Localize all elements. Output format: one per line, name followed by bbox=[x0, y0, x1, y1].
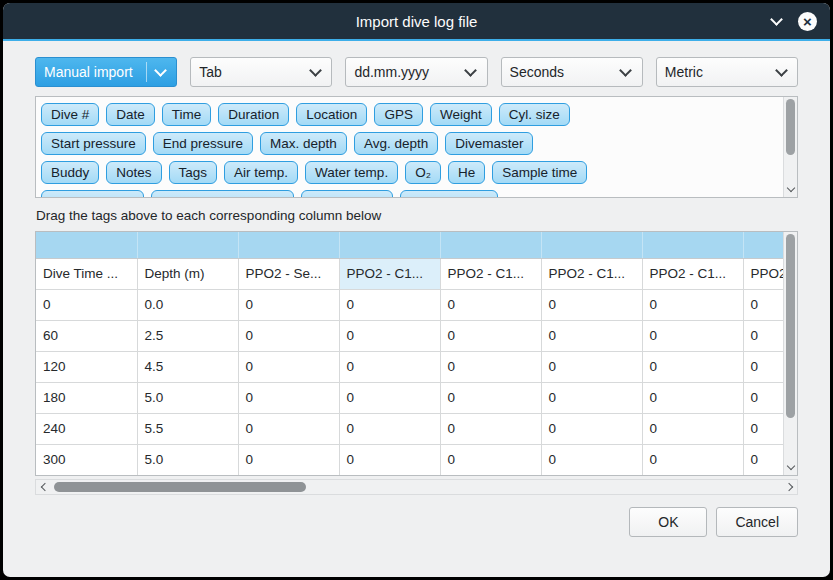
tag-tags[interactable]: Tags bbox=[169, 161, 218, 184]
import-mode-combo[interactable]: Manual import bbox=[35, 57, 177, 87]
tag-duration[interactable]: Duration bbox=[218, 103, 289, 126]
scrollbar-thumb[interactable] bbox=[786, 99, 795, 155]
table-cell: 0 bbox=[743, 320, 783, 351]
table-row: 2405.5000000 bbox=[36, 413, 783, 444]
table-cell: 0 bbox=[440, 320, 541, 351]
column-drop-target[interactable] bbox=[339, 232, 440, 258]
table-cell: 240 bbox=[36, 413, 137, 444]
scrollbar-thumb[interactable] bbox=[786, 234, 795, 418]
tag-time[interactable]: Time bbox=[162, 103, 212, 126]
table-cell: 0 bbox=[440, 413, 541, 444]
scroll-right-arrow[interactable] bbox=[783, 480, 796, 494]
window-frame: Import dive log file × Manual import Tab… bbox=[0, 0, 833, 580]
dialog-content: Manual import Tab dd.mm.yyyy Seconds Met… bbox=[3, 41, 830, 577]
column-drop-target[interactable] bbox=[137, 232, 238, 258]
table-row: 3005.0000000 bbox=[36, 444, 783, 475]
column-header[interactable]: PPO2 - C1... bbox=[339, 258, 440, 289]
column-header[interactable]: Depth (m) bbox=[137, 258, 238, 289]
titlebar-buttons: × bbox=[769, 12, 830, 31]
close-button[interactable]: × bbox=[798, 12, 817, 31]
tag-water-temp[interactable]: Water temp. bbox=[305, 161, 398, 184]
scroll-left-arrow[interactable] bbox=[37, 480, 50, 494]
table-vertical-scrollbar[interactable] bbox=[783, 232, 797, 475]
table-cell: 0 bbox=[541, 382, 642, 413]
ok-button[interactable]: OK bbox=[629, 507, 707, 537]
tag-sample-po[interactable]: Sample pO₂ bbox=[301, 190, 394, 197]
tag-dive[interactable]: Dive # bbox=[41, 103, 99, 126]
tag-cyl-size[interactable]: Cyl. size bbox=[499, 103, 570, 126]
column-drop-target[interactable] bbox=[440, 232, 541, 258]
column-drop-target[interactable] bbox=[743, 232, 783, 258]
table-row: 602.5000000 bbox=[36, 320, 783, 351]
table-cell: 0 bbox=[642, 351, 743, 382]
tag-sample-temperature[interactable]: Sample temperature bbox=[151, 190, 293, 197]
table-cell: 0 bbox=[642, 444, 743, 475]
table-cell: 0 bbox=[440, 351, 541, 382]
tag-end-pressure[interactable]: End pressure bbox=[153, 132, 253, 155]
column-header-row: Dive Time ...Depth (m)PPO2 - Se...PPO2 -… bbox=[36, 258, 783, 289]
table-cell: 0 bbox=[541, 444, 642, 475]
table-row: 1204.5000000 bbox=[36, 351, 783, 382]
scrollbar-thumb[interactable] bbox=[54, 482, 306, 492]
column-header[interactable]: PPO2 - C1... bbox=[642, 258, 743, 289]
tag-pool: Dive #DateTimeDurationLocationGPSWeightC… bbox=[35, 96, 798, 198]
import-mode-value: Manual import bbox=[44, 64, 142, 80]
shade-window-icon[interactable] bbox=[769, 14, 783, 28]
table-cell: 300 bbox=[36, 444, 137, 475]
field-separator-combo[interactable]: Tab bbox=[190, 57, 332, 87]
column-header[interactable]: PPO2 - C1... bbox=[541, 258, 642, 289]
tag-date[interactable]: Date bbox=[106, 103, 155, 126]
chevron-right-icon bbox=[784, 483, 792, 491]
table-cell: 0 bbox=[642, 289, 743, 320]
column-header[interactable]: PPO2 - C1... bbox=[743, 258, 783, 289]
unit-system-combo[interactable]: Metric bbox=[656, 57, 798, 87]
column-drop-target[interactable] bbox=[541, 232, 642, 258]
tag-pool-scrollbar[interactable] bbox=[783, 97, 797, 197]
titlebar[interactable]: Import dive log file × bbox=[3, 3, 830, 39]
tag-max-depth[interactable]: Max. depth bbox=[260, 132, 347, 155]
column-drop-target[interactable] bbox=[36, 232, 137, 258]
table-cell: 0 bbox=[339, 382, 440, 413]
tag-location[interactable]: Location bbox=[296, 103, 367, 126]
tag-sample-cns[interactable]: Sample CNS bbox=[400, 190, 498, 197]
chevron-down-icon bbox=[786, 184, 794, 192]
unit-system-value: Metric bbox=[665, 64, 773, 80]
column-header[interactable]: PPO2 - C1... bbox=[440, 258, 541, 289]
date-format-combo[interactable]: dd.mm.yyyy bbox=[345, 57, 487, 87]
table-cell: 0 bbox=[238, 444, 339, 475]
import-dialog: Import dive log file × Manual import Tab… bbox=[3, 3, 830, 577]
tag-gps[interactable]: GPS bbox=[374, 103, 423, 126]
table-cell: 0 bbox=[541, 289, 642, 320]
scroll-down-arrow[interactable] bbox=[784, 183, 797, 196]
column-drop-target[interactable] bbox=[642, 232, 743, 258]
column-drop-target[interactable] bbox=[238, 232, 339, 258]
table-cell: 5.5 bbox=[137, 413, 238, 444]
time-units-combo[interactable]: Seconds bbox=[501, 57, 643, 87]
table-cell: 0 bbox=[238, 320, 339, 351]
table-horizontal-scrollbar[interactable] bbox=[35, 479, 798, 495]
scroll-down-arrow[interactable] bbox=[784, 461, 797, 474]
column-header[interactable]: Dive Time ... bbox=[36, 258, 137, 289]
tag-row: Start pressureEnd pressureMax. depthAvg.… bbox=[41, 132, 776, 155]
tag-weight[interactable]: Weight bbox=[430, 103, 492, 126]
table-cell: 0.0 bbox=[137, 289, 238, 320]
preview-table-area: Dive Time ...Depth (m)PPO2 - Se...PPO2 -… bbox=[35, 231, 798, 476]
tag-start-pressure[interactable]: Start pressure bbox=[41, 132, 146, 155]
column-header[interactable]: PPO2 - Se... bbox=[238, 258, 339, 289]
tag-pool-rows: Dive #DateTimeDurationLocationGPSWeightC… bbox=[36, 97, 781, 197]
tag-o[interactable]: O₂ bbox=[405, 161, 441, 184]
tag-sample-depth[interactable]: Sample depth bbox=[41, 190, 144, 197]
chevron-down-icon bbox=[463, 69, 479, 75]
import-options-row: Manual import Tab dd.mm.yyyy Seconds Met… bbox=[35, 57, 798, 87]
table-row: 1805.0000000 bbox=[36, 382, 783, 413]
tag-divemaster[interactable]: Divemaster bbox=[445, 132, 533, 155]
cancel-button[interactable]: Cancel bbox=[716, 507, 798, 537]
tag-notes[interactable]: Notes bbox=[106, 161, 161, 184]
tag-avg-depth[interactable]: Avg. depth bbox=[354, 132, 438, 155]
tag-he[interactable]: He bbox=[448, 161, 485, 184]
table-cell: 0 bbox=[743, 444, 783, 475]
tag-buddy[interactable]: Buddy bbox=[41, 161, 99, 184]
tag-sample-time[interactable]: Sample time bbox=[492, 161, 587, 184]
tag-air-temp[interactable]: Air temp. bbox=[224, 161, 298, 184]
chevron-down-icon bbox=[146, 62, 168, 82]
